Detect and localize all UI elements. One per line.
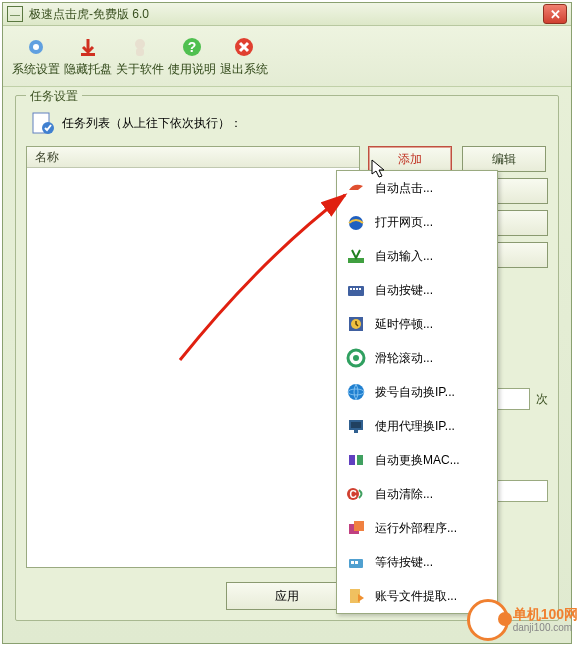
menu-auto-clear[interactable]: C自动清除... [337, 477, 497, 511]
menu-delay[interactable]: 延时停顿... [337, 307, 497, 341]
svg-rect-14 [353, 288, 355, 290]
svg-point-10 [349, 216, 363, 230]
svg-rect-33 [351, 561, 354, 564]
menu-auto-key[interactable]: 自动按键... [337, 273, 497, 307]
svg-rect-2 [81, 53, 95, 56]
svg-rect-31 [354, 521, 364, 531]
svg-rect-34 [355, 561, 358, 564]
menu-run-external[interactable]: 运行外部程序... [337, 511, 497, 545]
clock-icon [345, 313, 367, 335]
watermark: 单机100网 danji100.com [467, 599, 578, 641]
tasklist-icon [30, 110, 56, 136]
titlebar: — 极速点击虎-免费版 6.0 ✕ [3, 3, 571, 26]
menu-change-mac[interactable]: 自动更换MAC... [337, 443, 497, 477]
toolbar-about[interactable]: 关于软件 [115, 30, 165, 82]
menu-auto-click[interactable]: 自动点击... [337, 171, 497, 205]
click-icon [345, 177, 367, 199]
about-icon [128, 35, 152, 59]
svg-rect-12 [348, 286, 364, 296]
gear-icon [24, 35, 48, 59]
menu-dial-ip[interactable]: 拨号自动换IP... [337, 375, 497, 409]
close-button[interactable]: ✕ [543, 4, 567, 24]
apply-button[interactable]: 应用 [226, 582, 348, 610]
menu-proxy-ip[interactable]: 使用代理换IP... [337, 409, 497, 443]
svg-rect-16 [359, 288, 361, 290]
run-icon [345, 517, 367, 539]
waitkey-icon [345, 551, 367, 573]
svg-rect-15 [356, 288, 358, 290]
keyboard-icon [345, 279, 367, 301]
file-icon [345, 585, 367, 607]
svg-rect-26 [349, 455, 355, 465]
column-name[interactable]: 名称 [27, 147, 359, 168]
wheel-icon [345, 347, 367, 369]
toolbar: 系统设置 隐藏托盘 关于软件 ? 使用说明 退出系统 [3, 26, 571, 87]
clear-icon: C [345, 483, 367, 505]
ie-icon [345, 211, 367, 233]
add-dropdown-menu: 自动点击... 打开网页... 自动输入... 自动按键... 延时停顿... … [336, 170, 498, 614]
svg-text:C: C [349, 489, 356, 500]
svg-rect-25 [354, 430, 358, 433]
task-list-header: 任务列表（从上往下依次执行）： [30, 110, 548, 136]
svg-rect-4 [136, 48, 144, 56]
monitor-icon [345, 415, 367, 437]
times-suffix: 次 [536, 391, 548, 408]
mac-icon [345, 449, 367, 471]
toolbar-hide-tray[interactable]: 隐藏托盘 [63, 30, 113, 82]
svg-point-1 [33, 44, 39, 50]
sysmenu-icon[interactable]: — [7, 6, 23, 22]
svg-point-20 [353, 355, 359, 361]
globe-icon [345, 381, 367, 403]
svg-rect-24 [351, 422, 361, 428]
svg-rect-27 [357, 455, 363, 465]
window-title: 极速点击虎-免费版 6.0 [29, 6, 543, 23]
input-icon [345, 245, 367, 267]
svg-text:?: ? [188, 39, 197, 55]
edit-button[interactable]: 编辑 [462, 146, 546, 172]
toolbar-exit[interactable]: 退出系统 [219, 30, 269, 82]
menu-auto-input[interactable]: 自动输入... [337, 239, 497, 273]
toolbar-help[interactable]: ? 使用说明 [167, 30, 217, 82]
menu-wait-key[interactable]: 等待按键... [337, 545, 497, 579]
menu-open-webpage[interactable]: 打开网页... [337, 205, 497, 239]
task-listview[interactable]: 名称 [26, 146, 360, 568]
watermark-logo-icon [467, 599, 509, 641]
toolbar-settings[interactable]: 系统设置 [11, 30, 61, 82]
help-icon: ? [180, 35, 204, 59]
svg-point-21 [348, 384, 364, 400]
svg-point-3 [135, 39, 145, 49]
add-button[interactable]: 添加 [368, 146, 452, 172]
menu-scroll[interactable]: 滑轮滚动... [337, 341, 497, 375]
group-title: 任务设置 [26, 88, 82, 105]
svg-rect-13 [350, 288, 352, 290]
hide-icon [76, 35, 100, 59]
exit-icon [232, 35, 256, 59]
